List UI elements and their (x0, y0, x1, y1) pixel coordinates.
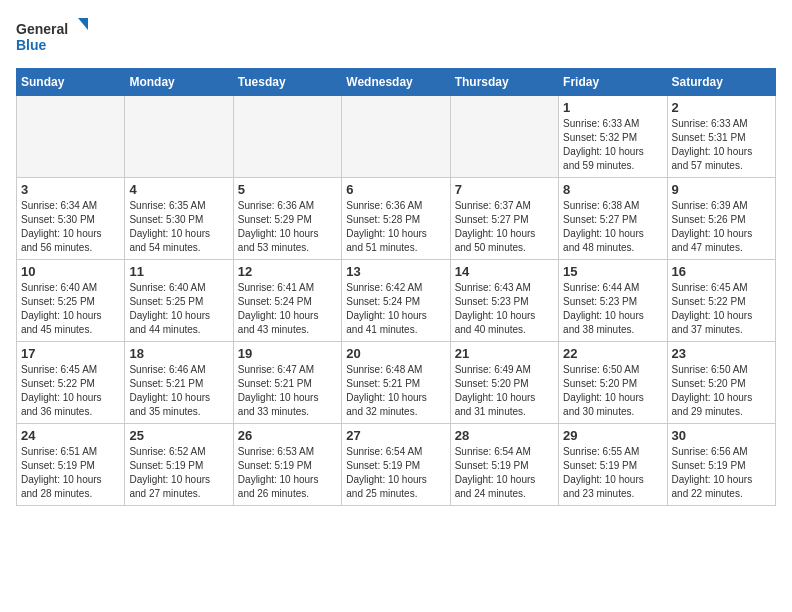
calendar-week-row: 17Sunrise: 6:45 AMSunset: 5:22 PMDayligh… (17, 342, 776, 424)
calendar-cell: 22Sunrise: 6:50 AMSunset: 5:20 PMDayligh… (559, 342, 667, 424)
day-number: 9 (672, 182, 771, 197)
day-info: Sunrise: 6:47 AMSunset: 5:21 PMDaylight:… (238, 363, 337, 419)
calendar-cell: 23Sunrise: 6:50 AMSunset: 5:20 PMDayligh… (667, 342, 775, 424)
day-number: 18 (129, 346, 228, 361)
day-info: Sunrise: 6:44 AMSunset: 5:23 PMDaylight:… (563, 281, 662, 337)
day-info: Sunrise: 6:34 AMSunset: 5:30 PMDaylight:… (21, 199, 120, 255)
day-number: 13 (346, 264, 445, 279)
calendar-cell: 4Sunrise: 6:35 AMSunset: 5:30 PMDaylight… (125, 178, 233, 260)
calendar-header-row: SundayMondayTuesdayWednesdayThursdayFrid… (17, 69, 776, 96)
day-number: 12 (238, 264, 337, 279)
calendar-week-row: 10Sunrise: 6:40 AMSunset: 5:25 PMDayligh… (17, 260, 776, 342)
day-number: 14 (455, 264, 554, 279)
day-info: Sunrise: 6:43 AMSunset: 5:23 PMDaylight:… (455, 281, 554, 337)
calendar-cell: 5Sunrise: 6:36 AMSunset: 5:29 PMDaylight… (233, 178, 341, 260)
svg-marker-2 (78, 18, 88, 30)
weekday-header: Thursday (450, 69, 558, 96)
day-number: 26 (238, 428, 337, 443)
day-info: Sunrise: 6:52 AMSunset: 5:19 PMDaylight:… (129, 445, 228, 501)
calendar-cell: 30Sunrise: 6:56 AMSunset: 5:19 PMDayligh… (667, 424, 775, 506)
calendar-cell: 9Sunrise: 6:39 AMSunset: 5:26 PMDaylight… (667, 178, 775, 260)
calendar-cell: 13Sunrise: 6:42 AMSunset: 5:24 PMDayligh… (342, 260, 450, 342)
page-header: General Blue (16, 16, 776, 56)
calendar-cell: 21Sunrise: 6:49 AMSunset: 5:20 PMDayligh… (450, 342, 558, 424)
day-number: 21 (455, 346, 554, 361)
calendar-cell: 3Sunrise: 6:34 AMSunset: 5:30 PMDaylight… (17, 178, 125, 260)
weekday-header: Friday (559, 69, 667, 96)
day-number: 15 (563, 264, 662, 279)
weekday-header: Saturday (667, 69, 775, 96)
calendar-week-row: 3Sunrise: 6:34 AMSunset: 5:30 PMDaylight… (17, 178, 776, 260)
calendar-cell: 8Sunrise: 6:38 AMSunset: 5:27 PMDaylight… (559, 178, 667, 260)
day-info: Sunrise: 6:33 AMSunset: 5:31 PMDaylight:… (672, 117, 771, 173)
calendar-table: SundayMondayTuesdayWednesdayThursdayFrid… (16, 68, 776, 506)
calendar-cell: 19Sunrise: 6:47 AMSunset: 5:21 PMDayligh… (233, 342, 341, 424)
day-info: Sunrise: 6:55 AMSunset: 5:19 PMDaylight:… (563, 445, 662, 501)
calendar-cell: 1Sunrise: 6:33 AMSunset: 5:32 PMDaylight… (559, 96, 667, 178)
day-info: Sunrise: 6:36 AMSunset: 5:28 PMDaylight:… (346, 199, 445, 255)
svg-text:General: General (16, 21, 68, 37)
logo: General Blue (16, 16, 96, 56)
calendar-cell: 12Sunrise: 6:41 AMSunset: 5:24 PMDayligh… (233, 260, 341, 342)
day-number: 10 (21, 264, 120, 279)
day-number: 19 (238, 346, 337, 361)
calendar-cell: 27Sunrise: 6:54 AMSunset: 5:19 PMDayligh… (342, 424, 450, 506)
weekday-header: Wednesday (342, 69, 450, 96)
calendar-cell (342, 96, 450, 178)
calendar-cell: 10Sunrise: 6:40 AMSunset: 5:25 PMDayligh… (17, 260, 125, 342)
calendar-cell (17, 96, 125, 178)
day-number: 2 (672, 100, 771, 115)
calendar-cell: 29Sunrise: 6:55 AMSunset: 5:19 PMDayligh… (559, 424, 667, 506)
day-info: Sunrise: 6:50 AMSunset: 5:20 PMDaylight:… (672, 363, 771, 419)
calendar-cell: 15Sunrise: 6:44 AMSunset: 5:23 PMDayligh… (559, 260, 667, 342)
calendar-week-row: 1Sunrise: 6:33 AMSunset: 5:32 PMDaylight… (17, 96, 776, 178)
logo-svg: General Blue (16, 16, 96, 56)
calendar-cell: 24Sunrise: 6:51 AMSunset: 5:19 PMDayligh… (17, 424, 125, 506)
calendar-cell (233, 96, 341, 178)
weekday-header: Monday (125, 69, 233, 96)
day-info: Sunrise: 6:33 AMSunset: 5:32 PMDaylight:… (563, 117, 662, 173)
calendar-cell: 25Sunrise: 6:52 AMSunset: 5:19 PMDayligh… (125, 424, 233, 506)
day-info: Sunrise: 6:53 AMSunset: 5:19 PMDaylight:… (238, 445, 337, 501)
day-number: 29 (563, 428, 662, 443)
calendar-cell (450, 96, 558, 178)
day-number: 30 (672, 428, 771, 443)
day-info: Sunrise: 6:46 AMSunset: 5:21 PMDaylight:… (129, 363, 228, 419)
svg-text:Blue: Blue (16, 37, 47, 53)
calendar-cell: 6Sunrise: 6:36 AMSunset: 5:28 PMDaylight… (342, 178, 450, 260)
day-number: 16 (672, 264, 771, 279)
day-info: Sunrise: 6:54 AMSunset: 5:19 PMDaylight:… (346, 445, 445, 501)
day-number: 8 (563, 182, 662, 197)
day-number: 7 (455, 182, 554, 197)
calendar-week-row: 24Sunrise: 6:51 AMSunset: 5:19 PMDayligh… (17, 424, 776, 506)
day-number: 5 (238, 182, 337, 197)
day-number: 27 (346, 428, 445, 443)
calendar-cell: 2Sunrise: 6:33 AMSunset: 5:31 PMDaylight… (667, 96, 775, 178)
day-info: Sunrise: 6:45 AMSunset: 5:22 PMDaylight:… (21, 363, 120, 419)
day-info: Sunrise: 6:41 AMSunset: 5:24 PMDaylight:… (238, 281, 337, 337)
calendar-cell (125, 96, 233, 178)
day-number: 28 (455, 428, 554, 443)
day-info: Sunrise: 6:39 AMSunset: 5:26 PMDaylight:… (672, 199, 771, 255)
calendar-cell: 18Sunrise: 6:46 AMSunset: 5:21 PMDayligh… (125, 342, 233, 424)
day-number: 22 (563, 346, 662, 361)
calendar-cell: 14Sunrise: 6:43 AMSunset: 5:23 PMDayligh… (450, 260, 558, 342)
calendar-cell: 7Sunrise: 6:37 AMSunset: 5:27 PMDaylight… (450, 178, 558, 260)
day-info: Sunrise: 6:37 AMSunset: 5:27 PMDaylight:… (455, 199, 554, 255)
day-number: 20 (346, 346, 445, 361)
day-number: 25 (129, 428, 228, 443)
day-number: 3 (21, 182, 120, 197)
day-info: Sunrise: 6:56 AMSunset: 5:19 PMDaylight:… (672, 445, 771, 501)
calendar-cell: 28Sunrise: 6:54 AMSunset: 5:19 PMDayligh… (450, 424, 558, 506)
day-info: Sunrise: 6:49 AMSunset: 5:20 PMDaylight:… (455, 363, 554, 419)
day-number: 17 (21, 346, 120, 361)
day-info: Sunrise: 6:40 AMSunset: 5:25 PMDaylight:… (21, 281, 120, 337)
day-number: 4 (129, 182, 228, 197)
day-number: 1 (563, 100, 662, 115)
calendar-cell: 11Sunrise: 6:40 AMSunset: 5:25 PMDayligh… (125, 260, 233, 342)
calendar-cell: 20Sunrise: 6:48 AMSunset: 5:21 PMDayligh… (342, 342, 450, 424)
day-info: Sunrise: 6:51 AMSunset: 5:19 PMDaylight:… (21, 445, 120, 501)
calendar-cell: 16Sunrise: 6:45 AMSunset: 5:22 PMDayligh… (667, 260, 775, 342)
day-info: Sunrise: 6:48 AMSunset: 5:21 PMDaylight:… (346, 363, 445, 419)
weekday-header: Tuesday (233, 69, 341, 96)
